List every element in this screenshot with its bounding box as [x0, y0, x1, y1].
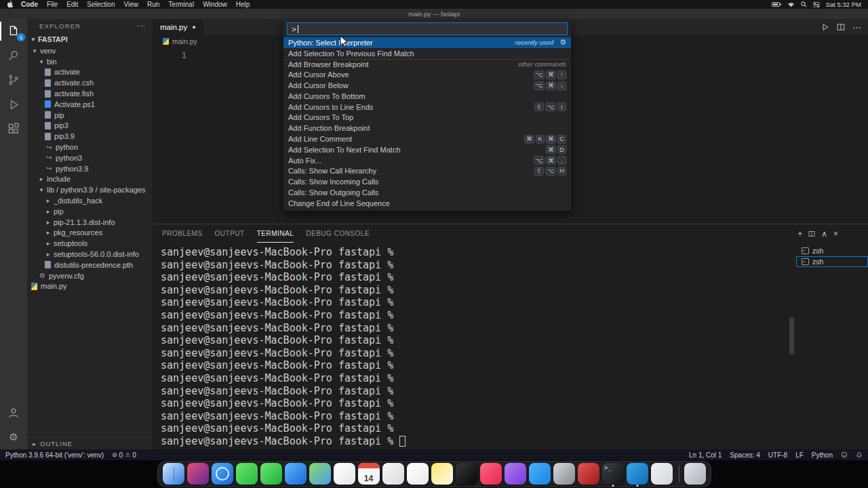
wifi-icon[interactable]: [787, 2, 795, 7]
control-center-icon[interactable]: [813, 2, 820, 7]
terminal-instance-2[interactable]: >zsh: [796, 256, 868, 267]
tree-item-bin[interactable]: ▾bin: [27, 56, 153, 67]
palette-item-add-cursors-to-top[interactable]: Add Cursors To Top: [283, 113, 571, 123]
tree-item-python3-9[interactable]: ↪python3.9: [27, 163, 153, 174]
dock-vscode[interactable]: [627, 463, 648, 485]
panel-tab-output[interactable]: OUTPUT: [215, 224, 245, 243]
palette-item-add-cursor-below[interactable]: Add Cursor Below⌥⌘↓: [283, 80, 571, 91]
dock-mail[interactable]: [285, 463, 307, 485]
panel-tab-debug-console[interactable]: DEBUG CONSOLE: [306, 224, 370, 243]
palette-item-calls-show-outgoing-calls[interactable]: Calls: Show Outgoing Calls: [283, 187, 571, 198]
account-icon[interactable]: [0, 401, 27, 425]
split-terminal-icon[interactable]: [808, 230, 815, 237]
tree-item-activate[interactable]: activate: [27, 67, 153, 78]
cursor-position-status[interactable]: Ln 1, Col 1: [689, 451, 722, 459]
palette-item-add-selection-to-next-find-match[interactable]: Add Selection To Next Find Match⌘D: [283, 144, 571, 155]
menu-item-terminal[interactable]: Terminal: [168, 1, 194, 8]
tree-item-pip3[interactable]: pip3: [27, 121, 153, 131]
tree-item-distutils-hack[interactable]: ▸_distutils_hack: [27, 195, 153, 206]
notifications-bell-icon[interactable]: [856, 451, 863, 459]
dock-reminders[interactable]: [407, 463, 429, 485]
palette-item-add-selection-to-previous-find-match[interactable]: Add Selection To Previous Find Match: [283, 48, 571, 59]
tree-item-setuptools[interactable]: ▸setuptools: [27, 238, 153, 249]
eol-status[interactable]: LF: [795, 451, 804, 459]
palette-item-add-line-comment[interactable]: Add Line Comment⌘K⌘C: [283, 134, 571, 144]
dock-python[interactable]: [651, 463, 673, 485]
extensions-icon[interactable]: [0, 117, 27, 141]
terminal-scrollbar[interactable]: [789, 317, 794, 354]
new-terminal-icon[interactable]: +: [797, 229, 802, 239]
dock-notes[interactable]: [431, 463, 453, 485]
palette-item-calls-show-incoming-calls[interactable]: Calls: Show Incoming Calls: [283, 176, 571, 187]
explorer-view-icon[interactable]: 1: [0, 19, 27, 43]
dock-terminal[interactable]: >_: [602, 463, 624, 485]
dock-maps[interactable]: [309, 463, 331, 485]
menu-item-selection[interactable]: Selection: [87, 1, 115, 8]
settings-gear-icon[interactable]: ⚙: [0, 425, 27, 449]
spotlight-icon[interactable]: [801, 1, 807, 7]
menu-item-run[interactable]: Run: [147, 1, 159, 8]
window-titlebar[interactable]: main.py — fastapi: [0, 9, 868, 19]
menu-item-file[interactable]: File: [47, 1, 58, 8]
dock-finder[interactable]: [163, 463, 184, 485]
tree-item-python[interactable]: ↪python: [27, 142, 153, 152]
menu-item-view[interactable]: View: [124, 1, 139, 8]
tree-item-lib-python3-9-site-packages[interactable]: ▾lib / python3.9 / site-packages: [27, 184, 153, 195]
menu-item-edit[interactable]: Edit: [66, 1, 78, 8]
dock-safari[interactable]: [212, 463, 233, 485]
dock-system-preferences[interactable]: [553, 463, 575, 485]
menu-item-code[interactable]: Code: [21, 1, 38, 8]
split-editor-icon[interactable]: [837, 23, 845, 31]
tree-item-distutils-precedence-pth[interactable]: distutils-precedence.pth: [27, 260, 153, 270]
palette-item-auto-fix[interactable]: Auto Fix...⌥⌘.: [283, 155, 571, 166]
dock-calendar[interactable]: 14: [358, 463, 380, 485]
terminal-output[interactable]: sanjeev@sanjeevs-MacBook-Pro fastapi %sa…: [153, 243, 796, 449]
palette-item-add-browser-breakpoint[interactable]: Add Browser Breakpointother commands: [283, 59, 571, 70]
language-mode-status[interactable]: Python: [812, 451, 833, 459]
dock-music[interactable]: [480, 463, 502, 485]
run-debug-icon[interactable]: [0, 92, 27, 117]
palette-item-add-cursors-to-bottom[interactable]: Add Cursors To Bottom: [283, 91, 571, 102]
palette-item-add-cursors-to-line-ends[interactable]: Add Cursors to Line Ends⇧⌥I: [283, 102, 571, 113]
tree-item-setuptools-56-0-0-dist-info[interactable]: ▸setuptools-56.0.0.dist-info: [27, 249, 153, 260]
palette-item-python-select-interpreter[interactable]: Python: Select Interpreterrecently used⚙: [283, 37, 571, 48]
explorer-more-actions-icon[interactable]: ⋯: [137, 21, 146, 30]
tree-item-include[interactable]: ▸include: [27, 174, 153, 185]
dock-app-store[interactable]: [529, 463, 551, 485]
apple-menu-icon[interactable]: [7, 1, 13, 8]
dock-contacts[interactable]: [382, 463, 404, 485]
interpreter-status[interactable]: Python 3.9.6 64-bit ('venv': venv): [5, 451, 104, 459]
panel-tab-problems[interactable]: PROBLEMS: [162, 224, 203, 243]
run-file-icon[interactable]: [821, 23, 829, 31]
tree-item-activate-fish[interactable]: activate.fish: [27, 88, 153, 99]
maximize-panel-icon[interactable]: ∧: [821, 229, 827, 239]
close-panel-icon[interactable]: ×: [833, 229, 838, 239]
tree-item-python3[interactable]: ↪python3: [27, 152, 153, 163]
tab-main-py[interactable]: main.py ●: [153, 19, 203, 35]
palette-item-add-function-breakpoint[interactable]: Add Function Breakpoint: [283, 123, 571, 134]
feedback-icon[interactable]: [841, 451, 848, 458]
more-actions-icon[interactable]: ⋯: [852, 22, 861, 33]
panel-tab-terminal[interactable]: TERMINAL: [257, 224, 294, 243]
search-icon[interactable]: [0, 43, 27, 68]
outline-section[interactable]: ▸ OUTLINE: [27, 437, 153, 449]
dock-tv[interactable]: [456, 463, 477, 485]
menu-item-help[interactable]: Help: [236, 1, 250, 8]
tree-item-pip[interactable]: pip: [27, 110, 153, 121]
battery-icon[interactable]: [772, 2, 781, 7]
dock-messages[interactable]: [236, 463, 258, 485]
dock-photos[interactable]: [334, 463, 355, 485]
tree-item-pip3-9[interactable]: pip3.9: [27, 131, 153, 142]
menubar-clock[interactable]: Sat 5:32 PM: [826, 1, 861, 8]
palette-item-add-cursor-above[interactable]: Add Cursor Above⌥⌘↑: [283, 69, 571, 80]
tree-item-pip[interactable]: ▸pip: [27, 206, 153, 217]
tree-item-pkg-resources[interactable]: ▸pkg_resources: [27, 228, 153, 239]
tree-item-pip-21-1-3-dist-info[interactable]: ▸pip-21.1.3.dist-info: [27, 217, 153, 228]
terminal-instance-1[interactable]: >zsh: [796, 245, 868, 256]
dock-trash[interactable]: [684, 463, 706, 485]
tree-item-pyvenv-cfg[interactable]: ⚙pyvenv.cfg: [27, 270, 153, 281]
dock-adobe-red[interactable]: [578, 463, 599, 485]
dock-podcasts[interactable]: [505, 463, 526, 485]
project-root-folder[interactable]: ▾ FASTAPI: [27, 33, 153, 45]
tree-item-venv[interactable]: ▾venv: [27, 45, 153, 56]
